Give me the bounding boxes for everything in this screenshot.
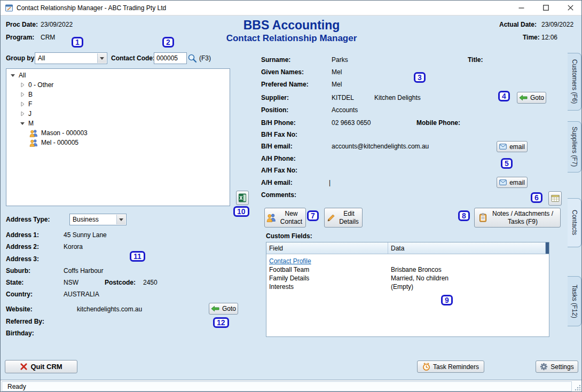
tree-item-other[interactable]: 0 - Other bbox=[6, 80, 230, 90]
supplier-label: Supplier: bbox=[261, 94, 289, 101]
quit-crm-button[interactable]: Quit CRM bbox=[5, 360, 77, 373]
resize-grip-icon[interactable] bbox=[575, 385, 581, 391]
callout-6: 6 bbox=[531, 192, 542, 203]
custom-fields-title: Custom Fields: bbox=[266, 232, 312, 240]
prefered-name-label: Prefered Name: bbox=[261, 81, 309, 88]
new-contact-button[interactable]: New Contact bbox=[264, 208, 306, 228]
expand-icon[interactable] bbox=[20, 101, 25, 107]
callout-5: 5 bbox=[501, 158, 513, 169]
comments-grid-button[interactable] bbox=[548, 191, 562, 206]
group-by-select[interactable]: All bbox=[35, 52, 107, 64]
custom-field-name: Family Details bbox=[266, 275, 388, 282]
tree-item-label: M bbox=[28, 120, 34, 127]
column-header-data[interactable]: Data bbox=[388, 242, 546, 254]
settings-button[interactable]: Settings bbox=[536, 360, 578, 373]
tree-item-b[interactable]: B bbox=[6, 90, 230, 99]
address-type-select[interactable]: Business bbox=[69, 214, 127, 225]
tab-tasks-f12[interactable]: Tasks (F12) bbox=[568, 276, 581, 326]
callout-1: 1 bbox=[72, 37, 83, 48]
supplier-code: KITDEL bbox=[332, 94, 354, 101]
state-value: NSW bbox=[64, 279, 78, 286]
tree-item-label: All bbox=[19, 72, 26, 79]
tab-label: Suppliers (F7) bbox=[571, 127, 578, 167]
expand-icon[interactable] bbox=[20, 111, 25, 116]
supplier-name: Kitchen Delights bbox=[374, 94, 421, 101]
bh-email-button[interactable]: email bbox=[497, 141, 528, 152]
task-reminders-button[interactable]: Task Reminders bbox=[417, 360, 484, 373]
tab-label: Tasks (F12) bbox=[571, 285, 578, 318]
email-label: email bbox=[509, 143, 525, 151]
supplier-goto-button[interactable]: Goto bbox=[517, 92, 546, 104]
address1-label: Address 1: bbox=[6, 231, 39, 239]
state-label: State: bbox=[6, 279, 23, 286]
callout-8: 8 bbox=[458, 210, 470, 221]
contact-code-label: Contact Code: bbox=[111, 54, 155, 62]
table-row[interactable]: Family Details Married, No children bbox=[266, 274, 549, 283]
new-contact-people-icon bbox=[266, 213, 276, 222]
expand-icon[interactable] bbox=[20, 82, 25, 88]
tree-item-f[interactable]: F bbox=[6, 99, 230, 109]
goto-arrow-icon bbox=[519, 95, 528, 101]
tree-item-j[interactable]: J bbox=[6, 109, 230, 119]
custom-field-data: Brisbane Broncos bbox=[388, 266, 549, 273]
status-text: Ready bbox=[7, 383, 26, 390]
surname-value: Parks bbox=[332, 56, 348, 64]
address2-value: Korora bbox=[64, 243, 83, 250]
goto-label: Goto bbox=[530, 94, 544, 101]
gear-icon bbox=[540, 363, 548, 371]
tab-customers-f6[interactable]: Customers (F6) bbox=[568, 53, 581, 111]
title-label: Title: bbox=[468, 56, 483, 64]
grid-table-icon bbox=[551, 194, 560, 202]
callout-3: 3 bbox=[414, 72, 426, 83]
ah-email-caret: | bbox=[329, 179, 331, 186]
maximize-button[interactable] bbox=[533, 1, 558, 15]
notes-attachments-tasks-button[interactable]: Notes / Attachments / Tasks (F9) bbox=[474, 208, 561, 228]
suburb-label: Suburb: bbox=[6, 267, 30, 275]
custom-field-name[interactable]: Contact Profile bbox=[266, 257, 388, 265]
contact-people-icon bbox=[29, 129, 38, 137]
column-header-field[interactable]: Field bbox=[266, 242, 388, 254]
chevron-down-icon[interactable] bbox=[97, 53, 106, 63]
tree-item-mason[interactable]: Mason - 000003 bbox=[6, 128, 230, 138]
contact-code-input[interactable] bbox=[154, 52, 187, 64]
ah-phone-label: A/H Phone: bbox=[261, 155, 296, 162]
contact-tree[interactable]: All 0 - Other B F J M bbox=[6, 68, 230, 206]
settings-label: Settings bbox=[550, 363, 573, 371]
email-label: email bbox=[509, 179, 525, 186]
custom-fields-table[interactable]: Field Data Contact Profile Football Team… bbox=[266, 242, 549, 337]
tree-item-all[interactable]: All bbox=[6, 70, 230, 80]
group-by-label: Group by: bbox=[6, 54, 36, 62]
tree-item-mel[interactable]: Mel - 000005 bbox=[6, 138, 230, 147]
tab-contacts[interactable]: Contacts bbox=[568, 198, 581, 247]
postcode-label: Postcode: bbox=[105, 279, 136, 286]
given-names-value: Mel bbox=[332, 68, 342, 76]
address1-value: 45 Sunny Lane bbox=[64, 231, 107, 239]
mobile-phone-label: Mobile Phone: bbox=[416, 119, 460, 127]
email-icon bbox=[499, 144, 507, 150]
table-row[interactable]: Contact Profile bbox=[266, 257, 549, 265]
birthday-label: Birthday: bbox=[6, 330, 34, 337]
export-excel-button[interactable] bbox=[236, 191, 249, 205]
minimize-icon bbox=[518, 5, 524, 11]
table-row[interactable]: Interests (Empty) bbox=[266, 283, 549, 291]
search-icon[interactable] bbox=[187, 53, 197, 65]
collapse-icon[interactable] bbox=[20, 121, 25, 126]
expand-icon[interactable] bbox=[20, 92, 25, 97]
ah-email-button[interactable]: email bbox=[497, 177, 528, 188]
table-row[interactable]: Football Team Brisbane Broncos bbox=[266, 265, 549, 274]
collapse-icon[interactable] bbox=[10, 73, 15, 78]
program-value: CRM bbox=[41, 34, 55, 41]
minimize-button[interactable] bbox=[509, 1, 533, 15]
tree-item-m[interactable]: M bbox=[6, 119, 230, 128]
website-goto-button[interactable]: Goto bbox=[209, 303, 238, 315]
tree-item-label: Mason - 000003 bbox=[41, 129, 88, 137]
tree-item-label: Mel - 000005 bbox=[41, 139, 78, 146]
comments-label: Comments: bbox=[261, 191, 296, 199]
tab-suppliers-f7[interactable]: Suppliers (F7) bbox=[568, 121, 581, 173]
surname-label: Surname: bbox=[261, 56, 290, 64]
chevron-down-icon[interactable] bbox=[116, 215, 125, 224]
close-button[interactable] bbox=[558, 1, 582, 15]
notepad-icon bbox=[479, 213, 487, 222]
edit-details-button[interactable]: Edit Details bbox=[324, 208, 363, 228]
callout-10: 10 bbox=[233, 206, 249, 217]
